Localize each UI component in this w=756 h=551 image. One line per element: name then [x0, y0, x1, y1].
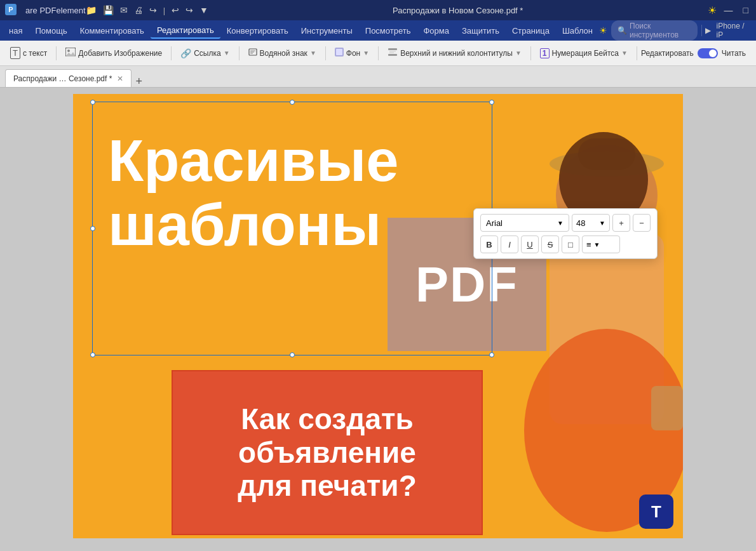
align-icon: ≡: [586, 240, 591, 249]
save-icon[interactable]: 💾: [103, 5, 114, 15]
watermark-btn[interactable]: Водяной знак ▼: [243, 45, 321, 61]
font-size-select[interactable]: 48 ▼: [572, 214, 610, 232]
toggle-switch[interactable]: [698, 48, 718, 58]
document-tab[interactable]: Распродажи … Сезоне.pdf * ✕: [5, 69, 132, 87]
search-tools[interactable]: 🔍 Поиск инструментов: [611, 20, 698, 41]
window-controls: ☀ — □: [708, 4, 751, 17]
menu-item-convert[interactable]: Конвертировать: [220, 23, 295, 38]
svg-rect-20: [651, 386, 683, 430]
redo-icon[interactable]: ↪: [186, 5, 193, 15]
print-icon[interactable]: 🖨: [134, 5, 143, 15]
menu-item-page[interactable]: Страница: [506, 23, 556, 38]
svg-point-3: [67, 50, 70, 52]
italic-btn[interactable]: I: [501, 236, 518, 253]
bates-icon: 1: [540, 48, 550, 58]
box-btn[interactable]: □: [562, 236, 579, 253]
sun-icon: ☀: [708, 4, 717, 17]
mail-icon[interactable]: ✉: [120, 5, 128, 15]
image-icon: [65, 48, 76, 58]
menu-item-edit[interactable]: Редактировать: [151, 23, 220, 39]
menu-bar: ная Помощь Комментировать Редактировать …: [0, 20, 756, 41]
align-dropdown[interactable]: ≡ ▼: [582, 236, 620, 253]
iphone-label: iPhone / iP: [711, 22, 753, 39]
tab-close-btn[interactable]: ✕: [117, 74, 123, 83]
forward-icon[interactable]: ↪: [149, 5, 157, 15]
font-family-select[interactable]: Arial ▼: [480, 214, 569, 232]
menu-icon[interactable]: ▼: [199, 5, 208, 15]
tab-add-btn[interactable]: +: [135, 76, 142, 87]
svg-rect-11: [388, 54, 397, 56]
canvas-area: Красивые шаблоны PDF Как создать объявле…: [0, 88, 756, 551]
header-footer-btn[interactable]: Верхний и нижний колонтитулы ▼: [382, 45, 527, 61]
title-bar-left: P are PDFelement: [5, 4, 86, 17]
menu-item-tools[interactable]: Инструменты: [295, 23, 359, 38]
undo-icon[interactable]: ↩: [172, 5, 179, 15]
red-box-text: Как создать объявление для печати?: [231, 396, 422, 510]
format-row: B I U S □ ≡ ▼: [480, 236, 651, 253]
sun-icon-menu: ☀: [599, 25, 607, 36]
app-name: are PDFelement: [25, 6, 86, 15]
woman-image: [410, 94, 683, 538]
edit-read-toggle: Редактировать Читать: [641, 48, 746, 58]
float-text-toolbar: Arial ▼ 48 ▼ + − B I U S □ ≡ ▼: [473, 208, 658, 259]
handle-top-left[interactable]: [90, 100, 95, 105]
minimize-btn[interactable]: —: [722, 5, 736, 15]
header-footer-icon: [388, 48, 398, 58]
chevron-down-icon: ▼: [557, 220, 564, 227]
tab-bar: Распродажи … Сезоне.pdf * ✕ +: [0, 66, 756, 88]
divider4: [325, 46, 326, 60]
menu-item-template[interactable]: Шаблон: [556, 23, 599, 38]
bates-btn[interactable]: 1 Нумерация Бейтса ▼: [535, 46, 633, 61]
underline-btn[interactable]: U: [521, 236, 539, 253]
background-icon: [335, 48, 344, 58]
svg-text:P: P: [8, 6, 13, 13]
chevron-down-icon-size: ▼: [599, 220, 605, 227]
text-btn[interactable]: T с текст: [5, 44, 52, 62]
toolbar: T с текст Добавить Изображение 🔗 Ссылка …: [0, 41, 756, 66]
strikethrough-btn[interactable]: S: [541, 236, 559, 253]
red-line1: Как создать: [238, 402, 416, 436]
red-line3: для печати?: [238, 469, 416, 503]
divider5: [378, 46, 379, 60]
divider7: [637, 46, 637, 60]
handle-middle-left[interactable]: [90, 226, 95, 231]
background-btn[interactable]: Фон ▼: [330, 45, 374, 61]
menu-item-protect[interactable]: Защитить: [456, 23, 506, 38]
link-btn[interactable]: 🔗 Ссылка ▼: [175, 46, 234, 61]
svg-rect-9: [336, 49, 342, 55]
add-image-btn[interactable]: Добавить Изображение: [60, 45, 167, 61]
handle-top-middle[interactable]: [290, 100, 295, 105]
window-title: Распродажи в Новом Сезоне.pdf *: [208, 6, 708, 15]
svg-rect-10: [388, 48, 397, 50]
tab-title: Распродажи … Сезоне.pdf *: [13, 74, 112, 83]
menu-item-help[interactable]: Помощь: [29, 23, 73, 38]
menu-item-home[interactable]: ная: [3, 23, 29, 38]
pdf-document[interactable]: Красивые шаблоны PDF Как создать объявле…: [73, 94, 683, 538]
text-icon: T: [10, 47, 20, 59]
title-bar-icons: 📁 💾 ✉ 🖨 ↪ | ↩ ↪ ▼: [86, 5, 208, 15]
title-bar: P are PDFelement 📁 💾 ✉ 🖨 ↪ | ↩ ↪ ▼ Распр…: [0, 0, 756, 20]
app-bottom-logo: T: [639, 495, 673, 529]
expand-icon[interactable]: ▶: [705, 26, 711, 35]
bold-btn[interactable]: B: [480, 236, 498, 253]
handle-bottom-left[interactable]: [90, 352, 95, 357]
watermark-icon: [248, 48, 257, 58]
font-row: Arial ▼ 48 ▼ + −: [480, 214, 651, 232]
divider1: [56, 46, 57, 60]
divider6: [530, 46, 531, 60]
menu-item-comment[interactable]: Комментировать: [74, 23, 151, 38]
menu-item-view[interactable]: Посмотреть: [359, 23, 417, 38]
divider3: [239, 46, 240, 60]
link-icon: 🔗: [180, 48, 191, 58]
folder-icon[interactable]: 📁: [86, 5, 97, 15]
app-logo: P: [5, 4, 17, 17]
menu-item-form[interactable]: Форма: [417, 23, 456, 38]
search-icon: 🔍: [618, 26, 627, 35]
maximize-btn[interactable]: □: [741, 5, 751, 15]
decrease-size-btn[interactable]: −: [633, 214, 651, 232]
red-line2: объявление: [238, 436, 416, 470]
divider2: [171, 46, 172, 60]
increase-size-btn[interactable]: +: [612, 214, 630, 232]
handle-bottom-middle[interactable]: [290, 352, 295, 357]
chevron-down-icon-align: ▼: [594, 241, 600, 248]
